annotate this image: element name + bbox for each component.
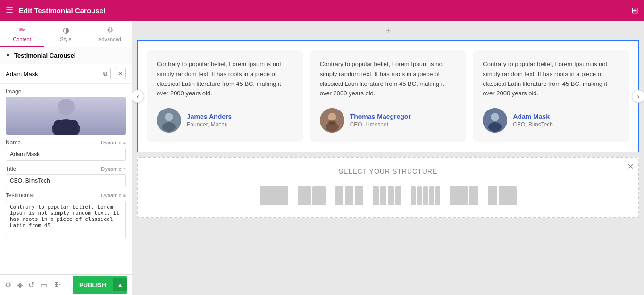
tab-style[interactable]: ◑ Style xyxy=(44,21,88,47)
grid-icon[interactable]: ⊞ xyxy=(631,5,638,16)
testimonial-dynamic-icon[interactable]: ≡ xyxy=(123,193,126,198)
history-icon[interactable]: ↺ xyxy=(28,280,34,289)
tab-advanced-label: Advanced xyxy=(98,36,121,42)
structure-option-3col[interactable] xyxy=(333,185,365,207)
testimonial-author-2: Thomas Macgregor CEO, Limesnet xyxy=(320,108,457,133)
testimonial-card-1: Contrary to popular belief, Lorem Ipsum … xyxy=(147,50,303,142)
title-dynamic-controls: Dynamic ≡ xyxy=(101,166,126,172)
author-info-2: Thomas Macgregor CEO, Limesnet xyxy=(350,113,411,128)
structure-col-2a xyxy=(298,186,311,205)
layers-icon[interactable]: ◈ xyxy=(17,280,23,289)
image-field-row: Image xyxy=(6,88,126,135)
title-field-label: Title Dynamic ≡ xyxy=(6,166,126,172)
testimonial-cards: Contrary to popular belief, Lorem Ipsum … xyxy=(147,50,629,142)
structure-col-4c xyxy=(388,186,394,205)
testimonial-author-1: James Anders Founder, Macau xyxy=(157,108,293,133)
testimonial-field-row: Testimonial Dynamic ≡ Contrary to popula… xyxy=(6,192,126,240)
device-icon[interactable]: ▭ xyxy=(40,280,47,289)
structure-col-wide xyxy=(450,186,468,205)
publish-label: PUBLISH xyxy=(73,278,113,291)
title-input[interactable] xyxy=(6,174,126,187)
add-section-button[interactable]: ＋ xyxy=(384,25,393,36)
publish-button[interactable]: PUBLISH ▲ xyxy=(73,276,127,294)
structure-col-5d xyxy=(429,186,434,205)
dynamic-icon[interactable]: ≡ xyxy=(123,140,126,145)
structure-col-single xyxy=(260,186,288,205)
image-field-label: Image xyxy=(6,88,126,95)
avatar-svg-2 xyxy=(320,108,344,133)
structure-col-narrow2 xyxy=(488,186,497,205)
content-tab-icon: ✏ xyxy=(19,25,25,34)
delete-item-button[interactable]: ✕ xyxy=(115,68,126,79)
testimonial-item: Adam Mask ⧉ ✕ xyxy=(0,64,132,84)
avatar-svg-1 xyxy=(157,108,181,133)
carousel-prev-button[interactable]: ‹ xyxy=(132,90,144,103)
svg-rect-2 xyxy=(54,120,78,135)
author-name-1: James Anders xyxy=(187,113,232,120)
publish-arrow-icon[interactable]: ▲ xyxy=(113,278,127,291)
avatar-svg-3 xyxy=(483,108,507,133)
author-name-2: Thomas Macgregor xyxy=(350,113,411,120)
carousel-block: ‹ › Contrary to popular belief, Lorem Ip… xyxy=(137,40,639,152)
structure-col-5a xyxy=(411,186,416,205)
section-title: Testimonial Carousel xyxy=(14,52,76,59)
structure-option-1col[interactable] xyxy=(258,185,290,207)
tab-content-label: Content xyxy=(13,36,31,42)
title-field-row: Title Dynamic ≡ xyxy=(6,166,126,187)
testimonial-card-2: Contrary to popular belief, Lorem Ipsum … xyxy=(310,50,466,142)
close-structure-button[interactable]: ✕ xyxy=(627,162,634,171)
structure-option-5col[interactable] xyxy=(409,185,442,207)
name-input[interactable] xyxy=(6,148,126,161)
section-collapse-icon: ▼ xyxy=(6,53,10,58)
section-header[interactable]: ▼ Testimonial Carousel xyxy=(0,47,132,64)
title-dynamic-icon[interactable]: ≡ xyxy=(123,167,126,172)
testimonial-label-text: Testimonial xyxy=(6,192,34,199)
author-title-3: CEO, BimsTech xyxy=(513,121,553,128)
svg-point-4 xyxy=(165,113,173,121)
name-field-label: Name Dynamic ≡ xyxy=(6,139,126,146)
preview-icon[interactable]: 👁 xyxy=(53,281,60,289)
tab-advanced[interactable]: ⚙ Advanced xyxy=(88,21,132,47)
tabs: ✏ Content ◑ Style ⚙ Advanced xyxy=(0,21,132,47)
structure-option-2col-narrow-wide[interactable] xyxy=(486,185,519,207)
structure-options xyxy=(147,185,629,207)
structure-col-3a xyxy=(335,186,343,205)
structure-col-2b xyxy=(312,186,326,205)
carousel-next-button[interactable]: › xyxy=(632,90,644,103)
svg-point-9 xyxy=(328,120,336,125)
structure-col-5b xyxy=(417,186,422,205)
structure-option-4col[interactable] xyxy=(371,185,403,207)
duplicate-item-button[interactable]: ⧉ xyxy=(100,68,111,79)
select-structure-title: SELECT YOUR STRUCTURE xyxy=(147,168,629,175)
structure-col-5e xyxy=(435,186,440,205)
title-label-text: Title xyxy=(6,166,16,172)
name-dynamic-controls: Dynamic ≡ xyxy=(101,140,126,145)
dynamic-label: Dynamic xyxy=(101,140,121,145)
name-field-row: Name Dynamic ≡ xyxy=(6,139,126,161)
image-preview[interactable] xyxy=(6,97,126,135)
testimonial-item-name: Adam Mask xyxy=(6,70,96,77)
image-label-text: Image xyxy=(6,88,21,95)
structure-option-2col-wide-narrow[interactable] xyxy=(448,185,480,207)
testimonial-dynamic-controls: Dynamic ≡ xyxy=(101,193,126,198)
structure-col-narrow xyxy=(469,186,478,205)
svg-point-5 xyxy=(162,122,176,132)
author-avatar-2 xyxy=(320,108,344,133)
structure-col-3b xyxy=(345,186,353,205)
author-title-2: CEO, Limesnet xyxy=(350,121,411,128)
structure-col-3c xyxy=(355,186,363,205)
add-section-row: ＋ xyxy=(132,21,644,40)
structure-option-2col[interactable] xyxy=(296,185,327,207)
top-bar: ☰ Edit Testimonial Carousel ⊞ xyxy=(0,0,644,21)
advanced-tab-icon: ⚙ xyxy=(107,25,113,34)
structure-col-4a xyxy=(373,186,379,205)
testimonial-textarea[interactable]: Contrary to popular belief, Lorem Ipsum … xyxy=(6,201,126,238)
svg-point-0 xyxy=(58,99,75,116)
settings-icon[interactable]: ⚙ xyxy=(5,280,11,289)
svg-point-11 xyxy=(491,113,499,121)
testimonial-card-3: Contrary to popular belief, Lorem Ipsum … xyxy=(473,50,629,142)
author-title-1: Founder, Macau xyxy=(187,121,232,128)
image-preview-person xyxy=(6,97,126,135)
hamburger-icon[interactable]: ☰ xyxy=(6,5,13,16)
tab-content[interactable]: ✏ Content xyxy=(0,21,44,47)
